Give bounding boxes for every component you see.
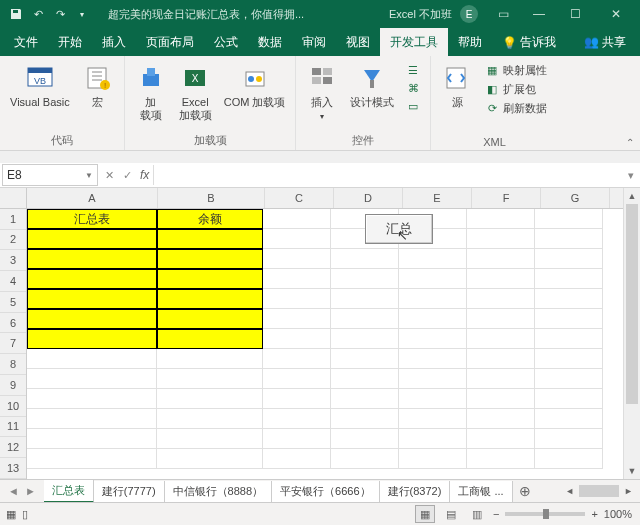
cell[interactable]	[27, 329, 157, 349]
user-avatar[interactable]: E	[460, 5, 478, 23]
sheet-tab[interactable]: 平安银行（6666）	[272, 481, 379, 502]
sheet-tab[interactable]: 工商银 ...	[450, 481, 512, 502]
cell[interactable]	[263, 309, 331, 329]
cell[interactable]	[331, 349, 399, 369]
tab-layout[interactable]: 页面布局	[136, 28, 204, 56]
cell[interactable]	[399, 429, 467, 449]
cell[interactable]	[535, 449, 603, 469]
zoom-knob[interactable]	[543, 509, 549, 519]
cell[interactable]	[535, 409, 603, 429]
cell[interactable]	[27, 269, 157, 289]
cell[interactable]	[331, 429, 399, 449]
col-header[interactable]: A	[27, 188, 158, 208]
design-mode-button[interactable]: 设计模式	[346, 60, 398, 111]
minimize-button[interactable]: —	[522, 0, 556, 28]
cell[interactable]	[399, 369, 467, 389]
insert-control-button[interactable]: 插入▾	[302, 60, 342, 125]
tab-nav-prev-icon[interactable]: ◄	[6, 485, 21, 497]
cell[interactable]	[157, 349, 263, 369]
tab-data[interactable]: 数据	[248, 28, 292, 56]
cell[interactable]	[263, 209, 331, 229]
col-header[interactable]: F	[472, 188, 541, 208]
cell[interactable]	[331, 369, 399, 389]
cell[interactable]	[399, 449, 467, 469]
row-header[interactable]: 3	[0, 250, 26, 271]
cell[interactable]	[263, 349, 331, 369]
qat-dropdown-icon[interactable]: ▾	[74, 6, 90, 22]
cell[interactable]	[263, 369, 331, 389]
cell[interactable]: 汇总表	[27, 209, 157, 229]
share-button[interactable]: 👥 共享	[574, 28, 636, 56]
row-header[interactable]: 12	[0, 437, 26, 458]
cell[interactable]	[467, 309, 535, 329]
cell[interactable]	[535, 229, 603, 249]
tab-file[interactable]: 文件	[4, 28, 48, 56]
cell[interactable]	[399, 249, 467, 269]
sheet-tab[interactable]: 建行(8372)	[380, 481, 451, 502]
cell[interactable]	[157, 409, 263, 429]
view-pagebreak-icon[interactable]: ▥	[467, 505, 487, 523]
cell[interactable]	[27, 249, 157, 269]
cell[interactable]	[535, 349, 603, 369]
cell[interactable]	[535, 329, 603, 349]
cell[interactable]	[331, 409, 399, 429]
cell[interactable]	[399, 269, 467, 289]
row-header[interactable]: 6	[0, 313, 26, 334]
tab-nav-next-icon[interactable]: ►	[23, 485, 38, 497]
cell[interactable]	[157, 309, 263, 329]
scroll-up-icon[interactable]: ▲	[624, 188, 640, 204]
grid[interactable]: A B C D E F G 汇总表余额 汇总 ↖	[27, 188, 623, 479]
cell[interactable]	[27, 449, 157, 469]
cell[interactable]	[157, 229, 263, 249]
view-code-button[interactable]: ⌘	[402, 80, 424, 96]
cell[interactable]	[27, 409, 157, 429]
cell[interactable]	[399, 409, 467, 429]
zoom-in-button[interactable]: +	[591, 508, 597, 520]
scroll-right-icon[interactable]: ►	[621, 486, 636, 496]
cell[interactable]	[467, 249, 535, 269]
cell[interactable]	[467, 349, 535, 369]
refresh-data-button[interactable]: ⟳刷新数据	[481, 100, 551, 117]
cell[interactable]	[467, 329, 535, 349]
cell[interactable]	[467, 429, 535, 449]
cell[interactable]	[535, 269, 603, 289]
cell[interactable]	[535, 389, 603, 409]
zoom-slider[interactable]	[505, 512, 585, 516]
save-icon[interactable]	[8, 6, 24, 22]
row-header[interactable]: 10	[0, 396, 26, 417]
cell[interactable]	[157, 389, 263, 409]
cell[interactable]	[467, 449, 535, 469]
cell[interactable]	[535, 429, 603, 449]
cell[interactable]	[263, 229, 331, 249]
name-box[interactable]: E8 ▼	[2, 164, 98, 186]
cell[interactable]	[263, 389, 331, 409]
cell[interactable]	[27, 309, 157, 329]
visual-basic-button[interactable]: VB Visual Basic	[6, 60, 74, 111]
cell[interactable]	[27, 369, 157, 389]
map-properties-button[interactable]: ▦映射属性	[481, 62, 551, 79]
excel-addins-button[interactable]: X Excel 加载项	[175, 60, 216, 124]
cell[interactable]	[27, 389, 157, 409]
row-header[interactable]: 2	[0, 230, 26, 251]
sheet-tab[interactable]: 建行(7777)	[94, 481, 165, 502]
tab-tellme[interactable]: 💡告诉我	[492, 28, 566, 56]
cell[interactable]	[399, 309, 467, 329]
collapse-ribbon-icon[interactable]: ⌃	[626, 137, 634, 148]
cell[interactable]	[331, 249, 399, 269]
source-button[interactable]: 源	[437, 60, 477, 111]
cell[interactable]	[157, 369, 263, 389]
cell[interactable]	[157, 289, 263, 309]
properties-button[interactable]: ☰	[402, 62, 424, 78]
horizontal-scrollbar[interactable]	[579, 485, 619, 497]
run-dialog-button[interactable]: ▭	[402, 98, 424, 114]
cell[interactable]	[535, 249, 603, 269]
expand-formula-icon[interactable]: ▾	[622, 169, 640, 182]
macros-button[interactable]: ! 宏	[78, 60, 118, 111]
cell[interactable]	[27, 289, 157, 309]
cell[interactable]	[535, 309, 603, 329]
view-pagelayout-icon[interactable]: ▤	[441, 505, 461, 523]
chevron-down-icon[interactable]: ▼	[85, 171, 93, 180]
com-addins-button[interactable]: COM 加载项	[220, 60, 290, 111]
cell[interactable]	[467, 289, 535, 309]
close-button[interactable]: ✕	[594, 0, 638, 28]
